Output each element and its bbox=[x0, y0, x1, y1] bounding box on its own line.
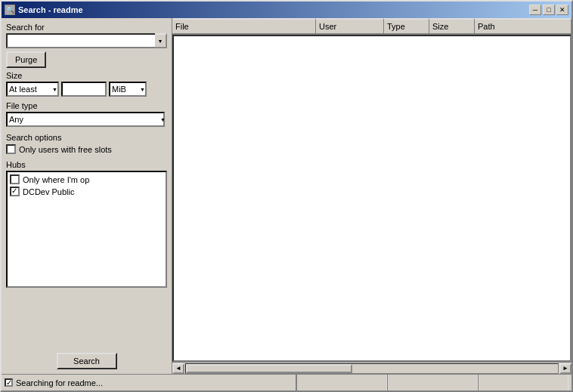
hub-dcdev-checkbox[interactable] bbox=[10, 187, 20, 196]
scroll-left-button[interactable]: ◄ bbox=[172, 363, 184, 374]
file-type-wrapper: Any Audio Video Image Document Executabl… bbox=[6, 112, 167, 127]
col-header-path[interactable]: Path bbox=[475, 18, 571, 34]
search-input-wrapper: ▼ bbox=[6, 33, 167, 48]
size-comparison-wrapper: At least At most Exactly bbox=[6, 82, 59, 97]
col-header-file[interactable]: File bbox=[172, 18, 316, 34]
search-text-input[interactable] bbox=[6, 33, 155, 48]
title-bar-buttons: ─ □ ✕ bbox=[529, 5, 568, 15]
status-checkbox[interactable] bbox=[5, 378, 13, 387]
status-bar: Searching for readme... bbox=[2, 374, 571, 390]
table-body bbox=[172, 35, 571, 362]
scroll-right-button[interactable]: ► bbox=[559, 363, 571, 374]
close-button[interactable]: ✕ bbox=[556, 5, 568, 15]
title-bar-text: 🔍 Search - readme bbox=[5, 5, 83, 15]
hub-op-checkbox[interactable] bbox=[10, 174, 20, 184]
title-bar: 🔍 Search - readme ─ □ ✕ bbox=[2, 2, 571, 18]
free-slots-checkbox[interactable] bbox=[6, 144, 16, 154]
size-unit-wrapper: MiB KiB GiB B bbox=[109, 82, 147, 97]
hub-dcdev-label: DCDev Public bbox=[23, 187, 74, 196]
search-btn-row: Search bbox=[6, 353, 167, 369]
status-left: Searching for readme... bbox=[5, 375, 296, 390]
status-panel-1 bbox=[296, 375, 387, 390]
status-panel-3 bbox=[478, 375, 568, 390]
file-type-select[interactable]: Any Audio Video Image Document Executabl… bbox=[6, 112, 165, 127]
search-button[interactable]: Search bbox=[57, 353, 117, 369]
size-comparison-select[interactable]: At least At most Exactly bbox=[6, 82, 59, 97]
purge-button[interactable]: Purge bbox=[6, 51, 46, 68]
window-icon: 🔍 bbox=[5, 5, 15, 15]
search-options-label: Search options bbox=[6, 133, 167, 142]
size-value-input[interactable] bbox=[61, 82, 107, 97]
scrollbar-track[interactable] bbox=[185, 363, 559, 374]
horizontal-scrollbar: ◄ ► bbox=[172, 362, 571, 374]
size-unit-select[interactable]: MiB KiB GiB B bbox=[109, 82, 147, 97]
scrollbar-thumb[interactable] bbox=[186, 364, 352, 373]
hub-item-op[interactable]: Only where I'm op bbox=[10, 174, 163, 184]
minimize-button[interactable]: ─ bbox=[529, 5, 541, 15]
maximize-button[interactable]: □ bbox=[543, 5, 555, 15]
main-window: 🔍 Search - readme ─ □ ✕ Search for ▼ Pur… bbox=[0, 0, 573, 392]
purge-row: Purge bbox=[6, 51, 167, 68]
search-options-section: Search options Only users with free slot… bbox=[6, 133, 167, 154]
search-for-section: Search for ▼ bbox=[6, 23, 167, 48]
table-header: File User Type Size Path bbox=[172, 18, 571, 35]
hubs-label: Hubs bbox=[6, 160, 167, 169]
status-panels bbox=[296, 375, 568, 390]
status-panel-2 bbox=[387, 375, 478, 390]
search-dropdown-button[interactable]: ▼ bbox=[155, 33, 167, 48]
col-header-user[interactable]: User bbox=[316, 18, 384, 34]
size-label: Size bbox=[6, 71, 167, 80]
hubs-list: Only where I'm op DCDev Public bbox=[6, 171, 167, 288]
col-header-type[interactable]: Type bbox=[384, 18, 429, 34]
file-type-section: File type Any Audio Video Image Document… bbox=[6, 101, 167, 127]
status-text: Searching for readme... bbox=[16, 378, 103, 387]
main-content: Search for ▼ Purge Size At least At most bbox=[2, 18, 571, 374]
size-row: At least At most Exactly MiB KiB GiB B bbox=[6, 82, 167, 97]
hub-item-dcdev[interactable]: DCDev Public bbox=[10, 187, 163, 196]
free-slots-row: Only users with free slots bbox=[6, 144, 167, 154]
right-panel: File User Type Size Path ◄ bbox=[172, 18, 571, 374]
col-header-size[interactable]: Size bbox=[429, 18, 475, 34]
search-for-label: Search for bbox=[6, 23, 167, 32]
hubs-section: Hubs Only where I'm op DCDev Public bbox=[6, 160, 167, 345]
left-panel: Search for ▼ Purge Size At least At most bbox=[2, 18, 172, 374]
hub-op-label: Only where I'm op bbox=[23, 175, 89, 184]
file-type-label: File type bbox=[6, 101, 38, 110]
size-section: Size At least At most Exactly MiB KiB bbox=[6, 71, 167, 97]
free-slots-label: Only users with free slots bbox=[19, 145, 112, 154]
